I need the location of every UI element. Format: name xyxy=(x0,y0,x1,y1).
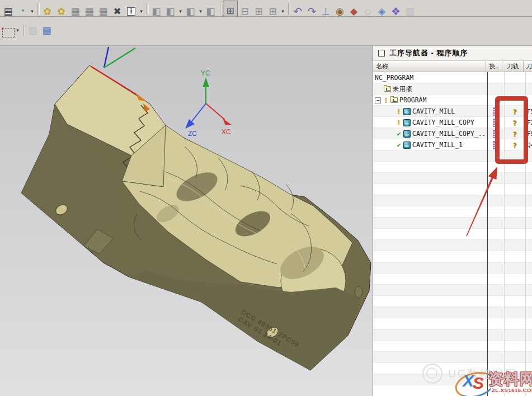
toolchange-cell xyxy=(487,119,504,127)
toolbar-icon[interactable]: ◧ xyxy=(163,2,177,16)
toolbar-icon[interactable]: ◧ xyxy=(149,2,163,16)
toolbar-icon[interactable]: ⊞ xyxy=(223,1,238,16)
tool-cell: Q4 xyxy=(525,142,532,149)
object-icon xyxy=(403,130,411,138)
toolbar-icon[interactable] xyxy=(286,2,291,16)
toolbar-icon-glyph: ▦ xyxy=(84,6,93,17)
column-header-toolpath[interactable]: 刀轨 xyxy=(502,61,524,72)
tree-row-label: 未用项 xyxy=(393,85,412,93)
toolbar-icon[interactable]: ▦ xyxy=(82,2,96,16)
toolbar-icon[interactable] xyxy=(35,2,40,16)
toolbar-icon-glyph: ▩ xyxy=(42,25,51,36)
panel-checkbox-icon[interactable] xyxy=(378,50,385,56)
toolbar-icon[interactable]: ▾ xyxy=(280,2,286,16)
toolbar-icon[interactable]: ▾ xyxy=(15,23,21,37)
status-icon: ! xyxy=(396,119,402,127)
toolbar-icon[interactable]: ▾ xyxy=(138,2,144,16)
tree-row[interactable]: NC_PROGRAM xyxy=(373,72,532,83)
column-header-tool[interactable]: 刀 xyxy=(524,61,532,72)
toolbar-icon-glyph: ▾ xyxy=(199,8,202,14)
toolbar-icon[interactable]: ▩ xyxy=(40,23,54,37)
status-icon: ✔ xyxy=(396,130,402,138)
toolbar-icon-glyph: ▦ xyxy=(70,6,79,17)
toolbar-icon-glyph: ◧ xyxy=(206,6,215,17)
graphics-viewport[interactable]: DCG 48351-2PC59 CAV S1 24-01 Y xyxy=(0,46,373,396)
panel-header: 工序导航器 - 程序顺序 xyxy=(373,46,532,61)
toolbar-icon[interactable] xyxy=(218,2,223,16)
mold-model-view: DCG 48351-2PC59 CAV S1 24-01 Y xyxy=(0,46,373,396)
toolbar-icon-glyph: ⊞ xyxy=(226,5,234,17)
toolbar-icon-glyph: ▨ xyxy=(405,6,414,17)
toolbar-icon[interactable]: ✿ xyxy=(40,2,54,16)
tree-row[interactable]: ✔ CAVITY_MILL_1 ? Q4 xyxy=(373,139,532,150)
tree-row-label: CAVITY_MILL_COPY xyxy=(412,119,474,126)
toolbar-icon[interactable]: ◈ xyxy=(375,2,389,16)
tree-row-name-cell: ! CAVITY_MILL_COPY xyxy=(373,119,487,127)
toolbar-icon[interactable]: ▦ xyxy=(96,2,110,16)
toolbar-icon-glyph: ▾ xyxy=(140,8,143,14)
toolbar-icon[interactable]: ⊞ xyxy=(252,2,266,16)
toolbar-icon[interactable] xyxy=(2,28,15,37)
column-header-name[interactable]: 名称 xyxy=(373,61,486,72)
tree-expander-icon[interactable]: − xyxy=(375,97,381,103)
tree-row[interactable]: ✔ CAVITY_MILL_COPY_... ? F5 xyxy=(373,128,532,139)
toolbar-icon[interactable]: ▾ xyxy=(177,2,183,16)
toolbar-icon[interactable]: ✿ xyxy=(54,2,68,16)
tree-row[interactable]: ! CAVITY_MILL_COPY ? F2 xyxy=(373,117,532,128)
toolbar-icon[interactable]: ◔ xyxy=(15,2,29,16)
toolbar-icon[interactable]: ▾ xyxy=(197,2,204,16)
toolbar-icon[interactable]: ▧ xyxy=(26,23,40,37)
toolbar-icon[interactable]: ⊞ xyxy=(266,2,280,16)
column-header-toolchange[interactable]: 换.. xyxy=(486,61,503,72)
toolchange-cell xyxy=(487,141,504,149)
toolbar-icon[interactable]: ⊟ xyxy=(238,2,252,16)
toolchange-icon xyxy=(493,130,498,138)
tree-row[interactable]: ! CAVITY_MILL ? F5 xyxy=(373,106,532,117)
toolbar-icon[interactable]: ✖ xyxy=(110,2,124,16)
bolt-hole xyxy=(355,286,362,298)
toolbar-icon-glyph: ⊞ xyxy=(255,6,262,17)
tool-cell: F5 xyxy=(525,108,532,115)
toolbar-icon[interactable]: ⊥ xyxy=(319,2,333,16)
toolbar-icon-glyph: ◧ xyxy=(166,6,175,17)
tree-row-name-cell: ! CAVITY_MILL xyxy=(373,107,487,116)
toolpath-status-cell: ? xyxy=(504,141,525,149)
toolbar-icon-glyph: ◧ xyxy=(152,6,161,17)
status-icon: ✔ xyxy=(396,141,402,149)
tree-row[interactable]: 未用项 xyxy=(373,83,532,95)
xc-label: XC xyxy=(222,128,231,136)
toolbar-icon-glyph: ✖ xyxy=(113,6,121,17)
toolchange-icon xyxy=(493,141,498,149)
toolbar-icon[interactable]: ▤ xyxy=(1,2,15,16)
toolpath-status-cell: ? xyxy=(504,119,525,127)
toolbar-icon-glyph: ▧ xyxy=(28,25,37,36)
toolbar-icon[interactable]: ◆ xyxy=(347,2,361,16)
tree-row[interactable]: − ! PROGRAM xyxy=(373,95,532,106)
toolbar-icon[interactable]: ◧ xyxy=(183,2,197,16)
panel-title: 工序导航器 - 程序顺序 xyxy=(389,48,468,58)
toolbar-icon[interactable] xyxy=(144,2,149,16)
zc-label: ZC xyxy=(188,130,197,138)
object-icon xyxy=(403,119,411,126)
toolbar-icon-glyph: ✿ xyxy=(43,6,51,17)
toolpath-status-cell: ? xyxy=(504,107,525,116)
toolbar-icon[interactable]: ◧ xyxy=(204,2,218,16)
toolbar-icon-glyph: ⊞ xyxy=(269,6,276,17)
object-icon xyxy=(403,108,411,115)
toolbar-icon[interactable]: ↷ xyxy=(305,2,319,16)
toolbar-icon[interactable]: ↶ xyxy=(291,2,305,16)
toolbar-icon[interactable]: i xyxy=(124,2,138,16)
toolbar-icon[interactable]: ▨ xyxy=(403,2,417,16)
toolbar-icon-glyph: ▾ xyxy=(16,27,19,33)
toolbar-icon-glyph: ❖ xyxy=(391,5,401,17)
toolbar-icon[interactable]: ◉ xyxy=(333,2,347,16)
toolbar-icon[interactable]: ▦ xyxy=(68,2,82,16)
object-icon xyxy=(403,142,411,149)
toolbar-icon[interactable]: ▾ xyxy=(29,2,35,16)
tree-row-name-cell: − ! PROGRAM xyxy=(373,96,487,105)
toolbar-icon-glyph: ◈ xyxy=(378,6,385,17)
toolbar-icon[interactable]: ◇ xyxy=(361,2,375,16)
toolbar-icon[interactable]: ❖ xyxy=(389,2,403,16)
toolbar-icon-glyph: ✿ xyxy=(57,6,65,17)
toolbar-icon[interactable] xyxy=(21,23,26,37)
